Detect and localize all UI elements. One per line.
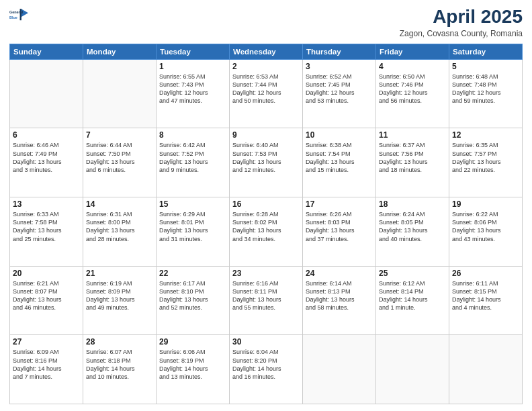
svg-text:Blue: Blue — [9, 15, 17, 19]
weekday-header-friday: Friday — [376, 44, 449, 59]
day-info: Sunrise: 6:22 AM Sunset: 8:06 PM Dayligh… — [452, 210, 519, 243]
day-number: 26 — [452, 269, 519, 278]
calendar-cell — [449, 335, 523, 404]
weekday-header-monday: Monday — [83, 44, 157, 59]
weekday-header-row: SundayMondayTuesdayWednesdayThursdayFrid… — [10, 44, 523, 59]
calendar-cell — [10, 59, 83, 128]
day-info: Sunrise: 6:04 AM Sunset: 8:20 PM Dayligh… — [232, 348, 300, 381]
day-info: Sunrise: 6:52 AM Sunset: 7:45 PM Dayligh… — [306, 73, 373, 105]
day-number: 20 — [13, 269, 80, 278]
day-number: 8 — [159, 130, 226, 140]
day-number: 22 — [159, 269, 226, 278]
calendar-cell: 4Sunrise: 6:50 AM Sunset: 7:46 PM Daylig… — [376, 59, 449, 128]
day-info: Sunrise: 6:50 AM Sunset: 7:46 PM Dayligh… — [379, 73, 446, 105]
subtitle: Zagon, Covasna County, Romania — [400, 29, 523, 38]
calendar-cell: 11Sunrise: 6:37 AM Sunset: 7:56 PM Dayli… — [376, 128, 449, 197]
weekday-header-wednesday: Wednesday — [230, 44, 303, 59]
calendar-cell: 5Sunrise: 6:48 AM Sunset: 7:48 PM Daylig… — [449, 59, 523, 128]
day-number: 11 — [379, 130, 446, 140]
calendar-cell: 29Sunrise: 6:06 AM Sunset: 8:19 PM Dayli… — [157, 335, 230, 404]
calendar-week-2: 13Sunrise: 6:33 AM Sunset: 7:58 PM Dayli… — [10, 197, 523, 267]
day-number: 5 — [452, 62, 519, 71]
calendar-cell: 27Sunrise: 6:09 AM Sunset: 8:16 PM Dayli… — [10, 335, 83, 404]
calendar-cell: 26Sunrise: 6:11 AM Sunset: 8:15 PM Dayli… — [449, 266, 523, 335]
day-number: 10 — [306, 130, 373, 140]
calendar-cell: 9Sunrise: 6:40 AM Sunset: 7:53 PM Daylig… — [230, 128, 303, 197]
weekday-header-sunday: Sunday — [10, 44, 83, 59]
calendar-cell: 7Sunrise: 6:44 AM Sunset: 7:50 PM Daylig… — [83, 128, 157, 197]
day-info: Sunrise: 6:17 AM Sunset: 8:10 PM Dayligh… — [159, 279, 226, 312]
day-info: Sunrise: 6:33 AM Sunset: 7:58 PM Dayligh… — [13, 210, 80, 243]
calendar-cell: 20Sunrise: 6:21 AM Sunset: 8:07 PM Dayli… — [10, 266, 83, 335]
day-info: Sunrise: 6:44 AM Sunset: 7:50 PM Dayligh… — [86, 141, 153, 174]
calendar-cell — [376, 335, 449, 404]
calendar-week-1: 6Sunrise: 6:46 AM Sunset: 7:49 PM Daylig… — [10, 128, 523, 197]
day-number: 19 — [452, 199, 519, 209]
day-info: Sunrise: 6:46 AM Sunset: 7:49 PM Dayligh… — [13, 141, 80, 174]
day-info: Sunrise: 6:31 AM Sunset: 8:00 PM Dayligh… — [86, 210, 153, 243]
calendar-cell: 6Sunrise: 6:46 AM Sunset: 7:49 PM Daylig… — [10, 128, 83, 197]
logo: General Blue — [9, 7, 28, 26]
calendar-cell: 1Sunrise: 6:55 AM Sunset: 7:43 PM Daylig… — [157, 59, 230, 128]
calendar-cell: 23Sunrise: 6:16 AM Sunset: 8:11 PM Dayli… — [230, 266, 303, 335]
day-info: Sunrise: 6:40 AM Sunset: 7:53 PM Dayligh… — [232, 141, 300, 174]
calendar-week-4: 27Sunrise: 6:09 AM Sunset: 8:16 PM Dayli… — [10, 335, 523, 404]
logo-icon: General Blue — [9, 7, 28, 26]
calendar-cell: 17Sunrise: 6:26 AM Sunset: 8:03 PM Dayli… — [303, 197, 376, 267]
calendar-cell: 19Sunrise: 6:22 AM Sunset: 8:06 PM Dayli… — [449, 197, 523, 267]
day-info: Sunrise: 6:42 AM Sunset: 7:52 PM Dayligh… — [159, 141, 226, 174]
day-number: 21 — [86, 269, 153, 278]
day-info: Sunrise: 6:21 AM Sunset: 8:07 PM Dayligh… — [13, 279, 80, 312]
day-number: 16 — [232, 199, 300, 209]
svg-text:General: General — [9, 10, 24, 14]
weekday-header-thursday: Thursday — [303, 44, 376, 59]
day-info: Sunrise: 6:12 AM Sunset: 8:14 PM Dayligh… — [379, 279, 446, 312]
day-info: Sunrise: 6:19 AM Sunset: 8:09 PM Dayligh… — [86, 279, 153, 312]
day-info: Sunrise: 6:16 AM Sunset: 8:11 PM Dayligh… — [232, 279, 300, 312]
calendar: SundayMondayTuesdayWednesdayThursdayFrid… — [9, 44, 523, 404]
day-number: 25 — [379, 269, 446, 278]
day-number: 23 — [232, 269, 300, 278]
calendar-cell: 22Sunrise: 6:17 AM Sunset: 8:10 PM Dayli… — [157, 266, 230, 335]
day-info: Sunrise: 6:11 AM Sunset: 8:15 PM Dayligh… — [452, 279, 519, 312]
day-number: 14 — [86, 199, 153, 209]
day-info: Sunrise: 6:35 AM Sunset: 7:57 PM Dayligh… — [452, 141, 519, 174]
day-number: 30 — [232, 337, 300, 347]
calendar-cell: 25Sunrise: 6:12 AM Sunset: 8:14 PM Dayli… — [376, 266, 449, 335]
day-number: 17 — [306, 199, 373, 209]
day-info: Sunrise: 6:38 AM Sunset: 7:54 PM Dayligh… — [306, 141, 373, 174]
day-info: Sunrise: 6:24 AM Sunset: 8:05 PM Dayligh… — [379, 210, 446, 243]
day-info: Sunrise: 6:09 AM Sunset: 8:16 PM Dayligh… — [13, 348, 80, 381]
calendar-cell: 14Sunrise: 6:31 AM Sunset: 8:00 PM Dayli… — [83, 197, 157, 267]
day-info: Sunrise: 6:14 AM Sunset: 8:13 PM Dayligh… — [306, 279, 373, 312]
day-info: Sunrise: 6:28 AM Sunset: 8:02 PM Dayligh… — [232, 210, 300, 243]
calendar-week-3: 20Sunrise: 6:21 AM Sunset: 8:07 PM Dayli… — [10, 266, 523, 335]
day-info: Sunrise: 6:48 AM Sunset: 7:48 PM Dayligh… — [452, 73, 519, 105]
day-number: 2 — [232, 62, 300, 71]
calendar-cell: 28Sunrise: 6:07 AM Sunset: 8:18 PM Dayli… — [83, 335, 157, 404]
day-number: 6 — [13, 130, 80, 140]
day-number: 4 — [379, 62, 446, 71]
day-info: Sunrise: 6:26 AM Sunset: 8:03 PM Dayligh… — [306, 210, 373, 243]
calendar-cell — [303, 335, 376, 404]
calendar-cell: 15Sunrise: 6:29 AM Sunset: 8:01 PM Dayli… — [157, 197, 230, 267]
day-number: 13 — [13, 199, 80, 209]
weekday-header-saturday: Saturday — [449, 44, 523, 59]
calendar-cell: 24Sunrise: 6:14 AM Sunset: 8:13 PM Dayli… — [303, 266, 376, 335]
day-number: 28 — [86, 337, 153, 347]
calendar-cell: 16Sunrise: 6:28 AM Sunset: 8:02 PM Dayli… — [230, 197, 303, 267]
header: General Blue April 2025 Zagon, Covasna C… — [9, 7, 523, 38]
day-number: 9 — [232, 130, 300, 140]
calendar-cell: 21Sunrise: 6:19 AM Sunset: 8:09 PM Dayli… — [83, 266, 157, 335]
calendar-cell: 30Sunrise: 6:04 AM Sunset: 8:20 PM Dayli… — [230, 335, 303, 404]
page: General Blue April 2025 Zagon, Covasna C… — [0, 0, 532, 411]
day-info: Sunrise: 6:07 AM Sunset: 8:18 PM Dayligh… — [86, 348, 153, 381]
day-info: Sunrise: 6:06 AM Sunset: 8:19 PM Dayligh… — [159, 348, 226, 381]
calendar-cell: 18Sunrise: 6:24 AM Sunset: 8:05 PM Dayli… — [376, 197, 449, 267]
calendar-cell: 3Sunrise: 6:52 AM Sunset: 7:45 PM Daylig… — [303, 59, 376, 128]
day-info: Sunrise: 6:55 AM Sunset: 7:43 PM Dayligh… — [159, 73, 226, 105]
calendar-cell — [83, 59, 157, 128]
calendar-cell: 12Sunrise: 6:35 AM Sunset: 7:57 PM Dayli… — [449, 128, 523, 197]
title-block: April 2025 Zagon, Covasna County, Romani… — [400, 7, 523, 38]
day-number: 27 — [13, 337, 80, 347]
